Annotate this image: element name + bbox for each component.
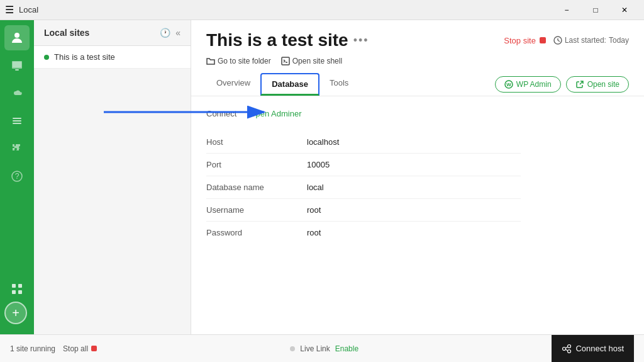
content-header-top: This is a test site ••• Stop site Last s… xyxy=(206,30,629,50)
stop-site-button[interactable]: Stop site xyxy=(504,36,546,45)
window-controls: − □ ✕ xyxy=(552,0,639,20)
tab-overview[interactable]: Overview xyxy=(206,73,260,96)
svg-rect-10 xyxy=(18,284,22,288)
content-subheader: Go to site folder Open site shell xyxy=(206,54,629,68)
svg-line-24 xyxy=(566,347,568,348)
history-icon[interactable]: 🕐 xyxy=(160,28,170,38)
sidebar-icon-user[interactable] xyxy=(4,25,30,50)
db-val-password: root xyxy=(307,228,321,237)
sidebar-icon-sites[interactable] xyxy=(4,53,30,78)
minimize-button[interactable]: − xyxy=(552,0,581,20)
bottom-left: 1 site running Stop all xyxy=(10,344,97,353)
tab-actions: W WP Admin Open site xyxy=(495,76,629,93)
db-fields-table: Host localhost Port 10005 Database name … xyxy=(206,131,521,244)
tabs: Overview Database Tools xyxy=(206,73,358,96)
external-link-icon xyxy=(575,80,584,89)
go-to-folder-link[interactable]: Go to site folder xyxy=(206,57,271,65)
db-field-port: Port 10005 xyxy=(206,154,521,176)
last-started-value: Today xyxy=(609,36,629,45)
db-key-name: Database name xyxy=(206,183,307,192)
sidebar: ? + xyxy=(0,20,34,334)
bottom-bar: 1 site running Stop all Live Link Enable… xyxy=(0,334,644,362)
stop-all-icon xyxy=(91,346,97,351)
svg-point-21 xyxy=(563,347,566,350)
svg-point-0 xyxy=(14,33,19,38)
stop-all-button[interactable]: Stop all xyxy=(63,344,97,353)
svg-rect-12 xyxy=(18,290,22,294)
connect-host-label: Connect host xyxy=(575,344,624,353)
wp-icon: W xyxy=(504,80,513,89)
sites-panel-header: Local sites 🕐 « xyxy=(34,20,191,46)
content-body: Connect Open Adminer Host localhost Port… xyxy=(191,96,644,334)
svg-rect-4 xyxy=(13,118,21,119)
site-title-row: This is a test site ••• xyxy=(206,30,369,50)
db-val-host: localhost xyxy=(307,137,339,147)
db-key-password: Password xyxy=(206,228,307,237)
sites-panel-actions: 🕐 « xyxy=(160,28,180,38)
maximize-button[interactable]: □ xyxy=(581,0,610,20)
db-field-username: Username root xyxy=(206,199,521,222)
sites-panel-title: Local sites xyxy=(44,28,89,38)
open-adminer-link[interactable]: Open Adminer xyxy=(249,109,301,118)
connect-icon xyxy=(562,344,572,354)
running-count: 1 site running xyxy=(10,344,55,353)
header-right: Stop site Last started: Today xyxy=(504,36,629,45)
svg-rect-2 xyxy=(13,62,21,67)
shell-link-label: Open site shell xyxy=(292,57,342,65)
svg-point-22 xyxy=(568,344,571,348)
tab-database[interactable]: Database xyxy=(260,73,319,96)
menu-icon[interactable]: ☰ xyxy=(5,4,14,16)
db-field-host: Host localhost xyxy=(206,131,521,154)
sidebar-icon-help[interactable]: ? xyxy=(4,164,30,189)
stop-site-icon xyxy=(540,37,546,43)
db-field-name: Database name local xyxy=(206,176,521,199)
add-site-button[interactable]: + xyxy=(4,302,27,324)
db-val-username: root xyxy=(307,205,321,215)
open-site-button[interactable]: Open site xyxy=(566,76,629,93)
db-key-port: Port xyxy=(206,160,307,169)
sites-panel: Local sites 🕐 « This is a test site xyxy=(34,20,191,334)
svg-rect-11 xyxy=(12,290,16,294)
wp-admin-button[interactable]: W WP Admin xyxy=(495,76,561,93)
sidebar-icon-list[interactable] xyxy=(4,108,30,133)
sidebar-icon-puzzle[interactable] xyxy=(4,136,30,161)
sidebar-icon-cloud[interactable] xyxy=(4,81,30,106)
stop-all-label: Stop all xyxy=(63,344,88,353)
db-connect-row: Connect Open Adminer xyxy=(206,109,629,118)
svg-rect-6 xyxy=(13,123,21,124)
db-val-port: 10005 xyxy=(307,160,330,169)
connect-label: Connect xyxy=(206,109,236,118)
close-button[interactable]: ✕ xyxy=(610,0,639,20)
site-menu-dots[interactable]: ••• xyxy=(353,34,369,47)
svg-point-23 xyxy=(568,349,571,353)
last-started: Last started: Today xyxy=(553,36,629,45)
site-running-indicator xyxy=(44,55,49,60)
content-header: This is a test site ••• Stop site Last s… xyxy=(191,20,644,96)
collapse-icon[interactable]: « xyxy=(175,28,180,38)
live-link-enable-button[interactable]: Enable xyxy=(335,344,358,353)
svg-rect-9 xyxy=(12,284,16,288)
live-link-status-dot xyxy=(290,346,295,351)
tab-tools[interactable]: Tools xyxy=(319,73,358,96)
terminal-icon xyxy=(281,57,290,65)
stop-site-label: Stop site xyxy=(504,36,536,45)
db-key-username: Username xyxy=(206,205,307,215)
svg-rect-5 xyxy=(13,120,21,122)
clock-icon xyxy=(553,36,562,45)
svg-text:?: ? xyxy=(15,172,19,181)
titlebar: ☰ Local − □ ✕ xyxy=(0,0,644,20)
live-link-label: Live Link xyxy=(300,344,330,353)
site-list-item[interactable]: This is a test site xyxy=(34,46,191,69)
content-area: This is a test site ••• Stop site Last s… xyxy=(191,20,644,334)
site-main-title: This is a test site xyxy=(206,30,348,50)
open-shell-link[interactable]: Open site shell xyxy=(281,57,342,65)
grid-icon[interactable] xyxy=(4,276,30,302)
last-started-label: Last started: xyxy=(565,36,606,45)
connect-host-button[interactable]: Connect host xyxy=(552,335,634,363)
site-item-name: This is a test site xyxy=(54,52,115,62)
sidebar-bottom: + xyxy=(4,276,30,329)
folder-icon xyxy=(206,57,215,65)
wp-admin-label: WP Admin xyxy=(516,80,552,89)
db-field-password: Password root xyxy=(206,222,521,244)
app-title: Local xyxy=(19,5,38,14)
